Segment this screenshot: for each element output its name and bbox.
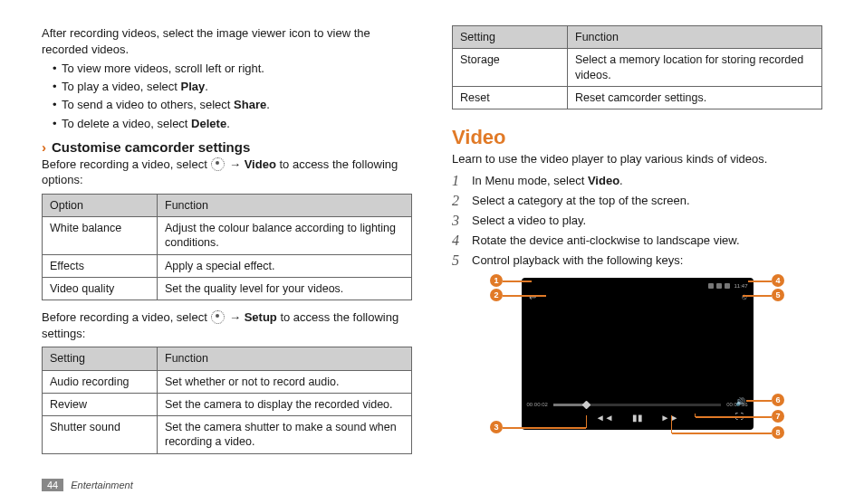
subheading-customise: › Customise camcorder settings	[42, 139, 412, 155]
step-2: Select a category at the top of the scre…	[452, 193, 822, 209]
status-icons	[708, 283, 730, 289]
callout-lead	[746, 400, 772, 401]
callout-lead	[586, 415, 587, 428]
seek-bar	[553, 404, 721, 406]
right-column: SettingFunction StorageSelect a memory l…	[452, 25, 822, 463]
table-cell: White balance	[43, 217, 158, 255]
options-th-option: Option	[43, 194, 158, 216]
callout-5: 5	[772, 289, 784, 301]
section-heading-video: Video	[452, 126, 822, 149]
table-cell: Apply a special effect.	[158, 254, 412, 277]
callout-lead	[695, 414, 696, 417]
table-cell: Video quality	[43, 277, 158, 300]
callout-lead	[672, 433, 772, 433]
table-cell: Audio recording	[43, 370, 158, 393]
gear-icon	[211, 310, 225, 324]
table-cell: Set the camera shutter to make a sound w…	[158, 416, 412, 454]
table-cell: Set whether or not to record audio.	[158, 370, 412, 393]
time-elapsed: 00:00:02	[527, 402, 548, 407]
table-cell: Shutter sound	[43, 416, 158, 454]
bullet-play: To play a video, select Play.	[53, 79, 412, 95]
table-cell: Set the quality level for your videos.	[158, 277, 412, 300]
callout-8: 8	[772, 426, 784, 439]
step-3: Select a video to play.	[452, 213, 822, 229]
progress-bar: 00:00:02 00:00:36	[527, 402, 748, 407]
callout-2: 2	[490, 289, 503, 301]
bullet-scroll: To view more videos, scroll left or righ…	[53, 61, 412, 77]
page-footer: 44 Entertainment	[42, 479, 133, 491]
table-cell: Adjust the colour balance according to l…	[158, 217, 412, 255]
video-canvas	[527, 302, 748, 402]
callout-lead	[696, 416, 772, 417]
subheading-text: Customise camcorder settings	[52, 139, 250, 155]
step-1: In Menu mode, select Video.	[452, 173, 822, 189]
bullet-delete: To delete a video, select Delete.	[53, 116, 412, 132]
options-intro: Before recording a video, select → Video…	[42, 157, 412, 188]
settings-th-setting: Setting	[43, 347, 158, 370]
table-cell: Storage	[453, 49, 568, 87]
footer-section: Entertainment	[71, 480, 132, 490]
seek-knob	[582, 401, 591, 410]
settings-th-function: Function	[158, 347, 412, 370]
callout-6: 6	[772, 394, 784, 406]
next-icon: ►►	[661, 413, 679, 423]
callout-lead	[503, 427, 586, 428]
settings-table-continued: SettingFunction StorageSelect a memory l…	[452, 25, 822, 109]
bullet-share: To send a video to others, select Share.	[53, 97, 412, 113]
post-record-actions: To view more videos, scroll left or righ…	[42, 61, 412, 132]
table-cell: Review	[43, 393, 158, 415]
player-title	[527, 283, 529, 289]
volume-icon: 🔊	[735, 397, 744, 406]
settings2-th-function: Function	[568, 26, 822, 49]
table-cell: Select a memory location for storing rec…	[568, 49, 822, 87]
settings-intro: Before recording a video, select → Setup…	[42, 309, 412, 341]
prev-icon: ◄◄	[596, 413, 614, 423]
video-player-mock: 11:47 ↩ ⎋ 00:00:02 00:00:36 ◄◄ ▮▮ ►►	[522, 278, 754, 430]
callout-3: 3	[490, 421, 503, 433]
clock-text: 11:47	[734, 283, 747, 289]
video-steps: In Menu mode, select Video. Select a cat…	[452, 173, 822, 270]
table-cell: Reset	[453, 86, 568, 109]
callout-7: 7	[772, 410, 784, 423]
callout-lead	[503, 295, 546, 296]
callout-lead	[743, 295, 772, 296]
page-number: 44	[42, 479, 63, 491]
callout-lead	[748, 281, 772, 281]
callout-4: 4	[772, 274, 784, 287]
gear-icon	[211, 157, 225, 171]
section-intro: Learn to use the video player to play va…	[452, 151, 822, 167]
back-icon: ↩	[529, 292, 536, 302]
table-cell: Effects	[43, 254, 158, 277]
settings2-th-setting: Setting	[453, 26, 568, 49]
callout-lead	[671, 415, 672, 433]
table-cell: Set the camera to display the recorded v…	[158, 393, 412, 415]
step-4: Rotate the device anti-clockwise to land…	[452, 233, 822, 249]
video-player-figure: 1 2 3 11:47 ↩ ⎋	[452, 278, 822, 430]
callout-1: 1	[490, 274, 503, 287]
table-cell: Reset camcorder settings.	[568, 86, 822, 109]
settings-table: SettingFunction Audio recordingSet wheth…	[42, 347, 412, 453]
options-th-function: Function	[158, 194, 412, 216]
share-icon: ⎋	[742, 292, 746, 302]
pause-icon: ▮▮	[632, 413, 643, 423]
chevron-icon: ›	[42, 139, 46, 155]
callout-lead	[503, 281, 532, 281]
options-table: OptionFunction White balanceAdjust the c…	[42, 194, 412, 300]
step-5: Control playback with the following keys…	[452, 252, 822, 269]
intro-text: After recording videos, select the image…	[42, 25, 412, 57]
left-column: After recording videos, select the image…	[42, 25, 412, 463]
